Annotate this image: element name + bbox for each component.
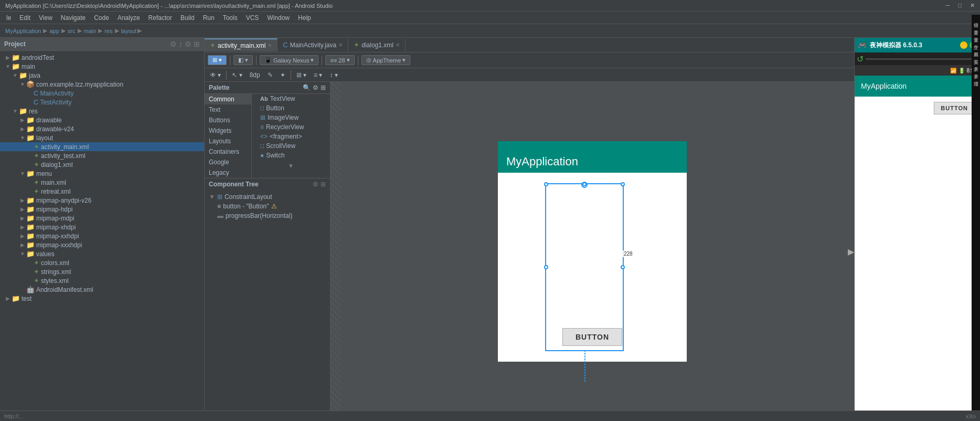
emulator-button[interactable]: BUTTON (934, 102, 975, 114)
palette-item-scrollview[interactable]: □ ScrollView (252, 141, 330, 151)
palette-cat-common[interactable]: Common (205, 94, 251, 104)
tree-item-androidmanifest[interactable]: 🤖 AndroidManifest.xml (0, 285, 204, 294)
breadcrumb-myapplication[interactable]: MyApplication (5, 28, 41, 34)
tree-item-colors-xml[interactable]: ✦ colors.xml (0, 258, 204, 267)
palette-item-imageview[interactable]: ⊞ ImageView (252, 113, 330, 122)
tab-mainactivity[interactable]: C MainActivity.java ✕ (278, 39, 348, 51)
tree-item-mipmap-xhdpi[interactable]: ▶ 📁 mipmap-xhdpi (0, 223, 204, 231)
menu-window[interactable]: Window (263, 13, 294, 23)
emu-side-btn-clean[interactable]: 清理 (972, 76, 980, 80)
palette-cat-widgets[interactable]: Widgets (205, 125, 251, 136)
breadcrumb-layout[interactable]: layout (121, 28, 136, 34)
emu-side-btn-keyboard[interactable]: 键位 (972, 17, 980, 21)
emu-side-btn-install[interactable]: 安装 (972, 54, 980, 58)
tree-item-strings-xml[interactable]: ✦ strings.xml (0, 267, 204, 276)
emu-refresh-icon[interactable]: ↺ (857, 54, 864, 64)
tab-activity-main[interactable]: ✦ activity_main.xml ✕ (205, 38, 278, 51)
emu-side-btn-screenshot[interactable]: 截屏 (972, 46, 980, 50)
tree-item-drawable-v24[interactable]: ▶ 📁 drawable-v24 (0, 124, 204, 133)
comp-item-progressbar[interactable]: ▬ progressBar(Horizontal) (205, 211, 330, 220)
tree-item-mainactivity[interactable]: C MainActivity (0, 89, 204, 98)
button-widget[interactable]: BUTTON (562, 328, 622, 346)
palette-cat-google[interactable]: Google (205, 157, 251, 167)
tree-item-mipmap-xxxhdpi[interactable]: ▶ 📁 mipmap-xxxhdpi (0, 240, 204, 249)
tree-item-main[interactable]: ▼ 📁 main (0, 62, 204, 71)
align-btn[interactable]: ⊞ ▾ (294, 71, 308, 79)
tree-item-mipmap-hdpi[interactable]: ▶ 📁 mipmap-hdpi (0, 205, 204, 214)
project-settings-icon[interactable]: ⚙ (170, 40, 177, 48)
tree-item-java[interactable]: ▼ 📁 java (0, 71, 204, 80)
menu-code[interactable]: Code (90, 13, 113, 23)
menu-run[interactable]: Run (199, 13, 219, 23)
emu-side-btn-vol-down[interactable]: 音量 (972, 31, 980, 36)
tree-item-androidTest[interactable]: ▶ 📁 androidTest (0, 53, 204, 62)
handle-tr[interactable] (621, 182, 625, 186)
comp-expand-icon[interactable]: ⊞ (321, 181, 326, 188)
design-canvas[interactable]: MyApplication (331, 82, 854, 421)
emu-side-btn-file[interactable]: 文件 (972, 39, 980, 43)
breadcrumb-src[interactable]: src (68, 28, 76, 34)
tab-close-activity-main[interactable]: ✕ (268, 43, 272, 48)
palette-cat-legacy[interactable]: Legacy (205, 167, 251, 178)
menu-tools[interactable]: Tools (219, 13, 242, 23)
handle-mr[interactable] (621, 265, 625, 269)
palette-settings-icon[interactable]: ⚙ (313, 84, 318, 91)
tab-close-dialog1[interactable]: ✕ (396, 42, 400, 48)
tree-item-retreat-xml[interactable]: ✦ retreat.xml (0, 187, 204, 196)
menu-build[interactable]: Build (176, 13, 199, 23)
tree-item-testactivity[interactable]: C TestActivity (0, 98, 204, 107)
comp-item-button[interactable]: ■ button - "Button" ⚠ (205, 202, 330, 211)
comp-settings-icon[interactable]: ⚙ (313, 181, 318, 188)
api-level-btn[interactable]: ≡≡ 28 ▾ (325, 55, 354, 65)
palette-cat-text[interactable]: Text (205, 104, 251, 115)
theme-selector-btn[interactable]: ◎ AppTheme ▾ (361, 55, 411, 65)
tree-item-activity-main-xml[interactable]: ✦ activity_main.xml (0, 142, 204, 151)
tree-item-mipmap-mdpi[interactable]: ▶ 📁 mipmap-mdpi (0, 214, 204, 223)
emu-side-btn-ref2[interactable]: 参天 (972, 68, 980, 72)
palette-expand-icon[interactable]: ⊞ (321, 84, 326, 91)
align3-btn[interactable]: ↕ ▾ (327, 71, 339, 79)
maximize-btn[interactable]: □ (958, 2, 962, 9)
tree-item-menu[interactable]: ▼ 📁 menu (0, 169, 204, 178)
constraints-btn[interactable]: ✎ (265, 71, 275, 79)
menu-analyze[interactable]: Analyze (113, 13, 144, 23)
emu-side-btn-vol-up[interactable]: 音量 (972, 24, 980, 28)
margin-btn[interactable]: 8dp (248, 71, 262, 79)
menu-edit[interactable]: Edit (15, 13, 35, 23)
tree-item-res[interactable]: ▼ 📁 res (0, 107, 204, 115)
tree-item-test[interactable]: ▶ 📁 test (0, 294, 204, 303)
menu-navigate[interactable]: Navigate (57, 13, 90, 23)
tab-dialog1[interactable]: ✦ dialog1.xml ✕ (348, 39, 406, 51)
tree-item-dialog1-xml[interactable]: ✦ dialog1.xml (0, 160, 204, 169)
align2-btn[interactable]: ≡ ▾ (312, 71, 324, 79)
eye-btn[interactable]: 👁 ▾ (208, 71, 223, 79)
minimize-btn[interactable]: ─ (946, 2, 950, 9)
menu-le[interactable]: le (2, 13, 15, 23)
blueprint-btn[interactable]: ◧ ▾ (233, 55, 253, 65)
project-expand-icon[interactable]: ⊞ (194, 40, 200, 48)
palette-search-icon[interactable]: 🔍 (303, 84, 311, 91)
tree-item-com-example[interactable]: ▼ 📦 com.example.lzz.myapplication (0, 80, 204, 89)
palette-cat-layouts[interactable]: Layouts (205, 136, 251, 146)
tree-item-mipmap-xxhdpi[interactable]: ▶ 📁 mipmap-xxhdpi (0, 231, 204, 240)
palette-item-textview[interactable]: Ab TextView (252, 94, 330, 103)
emu-side-btn-ref1[interactable]: 参天 (972, 61, 980, 65)
tab-close-mainactivity[interactable]: ✕ (338, 42, 343, 48)
palette-scroll-down[interactable]: ▼ (252, 160, 330, 172)
breadcrumb-res[interactable]: res (104, 28, 112, 34)
palette-cat-containers[interactable]: Containers (205, 146, 251, 157)
emu-minimize-btn[interactable]: ─ (960, 41, 967, 49)
device-selector-btn[interactable]: 📱 Galaxy Nexus ▾ (260, 55, 318, 65)
palette-item-fragment[interactable]: <> <fragment> (252, 132, 330, 141)
canvas-right-arrow[interactable]: ▶ (848, 247, 854, 257)
magic-btn[interactable]: ✦ (278, 71, 287, 79)
canvas-content[interactable]: 228 BUTTON (498, 173, 687, 362)
close-btn[interactable]: ✕ (970, 2, 975, 9)
handle-ml[interactable] (544, 265, 548, 269)
breadcrumb-main[interactable]: main (84, 28, 97, 34)
menu-vcs[interactable]: VCS (242, 13, 263, 23)
menu-refactor[interactable]: Refactor (144, 13, 176, 23)
tree-item-styles-xml[interactable]: ✦ styles.xml (0, 276, 204, 285)
tree-item-mipmap-anydpi[interactable]: ▶ 📁 mipmap-anydpi-v26 (0, 196, 204, 205)
palette-item-button[interactable]: □ Button (252, 103, 330, 113)
